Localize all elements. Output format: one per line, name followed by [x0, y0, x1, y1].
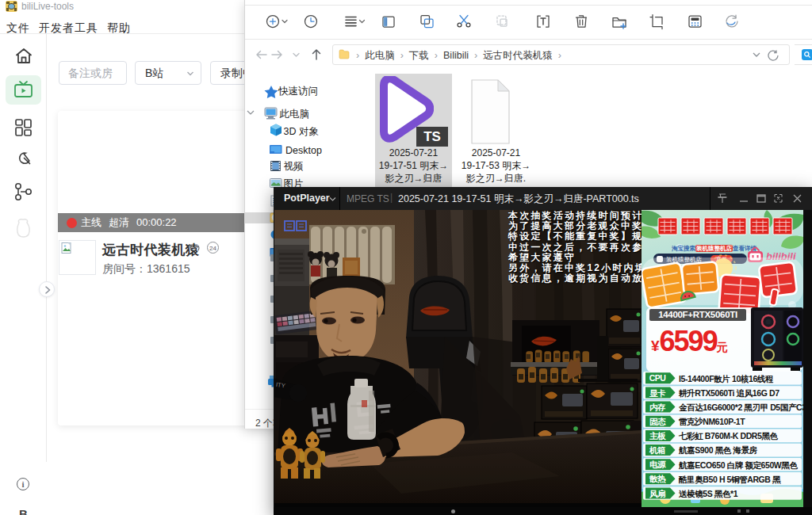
svg-text:风扇: 风扇: [649, 489, 665, 498]
svg-text:3D 对象: 3D 对象: [284, 126, 319, 137]
svg-text:电源: 电源: [649, 460, 666, 469]
svg-text:Desktop: Desktop: [285, 145, 322, 156]
svg-text:主板: 主板: [649, 431, 666, 441]
svg-text:机箱: 机箱: [649, 445, 665, 455]
svg-text:此电脑: 此电脑: [280, 109, 310, 120]
svg-text:视频: 视频: [284, 161, 304, 172]
svg-text:快速访问: 快速访问: [278, 86, 318, 97]
svg-text:内存: 内存: [649, 402, 666, 412]
svg-text:CPU: CPU: [649, 373, 666, 383]
svg-text:散热: 散热: [649, 474, 666, 484]
svg-text:显卡: 显卡: [649, 388, 666, 398]
svg-text:固态: 固态: [649, 417, 666, 426]
